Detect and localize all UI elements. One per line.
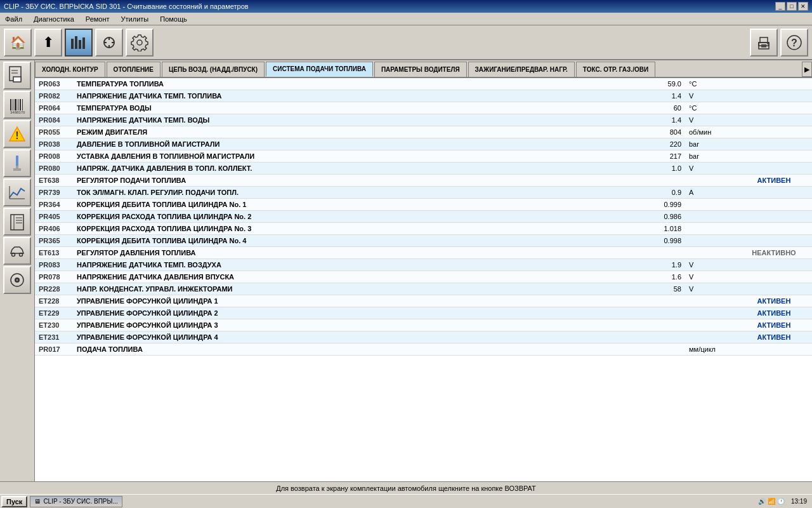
tab-heating[interactable]: ОТОПЛЕНИЕ: [107, 62, 160, 77]
row-code: ET638: [35, 175, 73, 187]
row-code: PR084: [35, 114, 73, 126]
row-code: PR080: [35, 163, 73, 175]
taskbar-app[interactable]: 🖥 CLIP - ЗБУ СИС. ВПРЫ...: [30, 496, 122, 507]
print-button[interactable]: [750, 29, 778, 57]
tab-scroll-right[interactable]: ▶: [802, 62, 812, 77]
row-code: PR078: [35, 271, 73, 283]
row-unit: [685, 235, 736, 247]
svg-rect-21: [10, 99, 11, 110]
home-button[interactable]: 🏠: [4, 29, 32, 57]
row-value: 1.9: [622, 259, 685, 271]
row-name: НАПРЯЖЕНИЕ ДАТЧИКА ТЕМП. ВОЗДУХА: [73, 259, 622, 271]
tab-ignition[interactable]: ЗАЖИГАНИЕ/ПРЕДВАР. НАГР.: [468, 62, 575, 77]
row-code: ET613: [35, 247, 73, 259]
row-code: PR405: [35, 211, 73, 223]
tool-button[interactable]: [95, 29, 123, 57]
menu-utilities[interactable]: Утилиты: [119, 15, 152, 23]
row-value: [622, 295, 685, 307]
table-row: PR080НАПРЯЖ. ДАТЧИКА ДАВЛЕНИЯ В ТОПЛ. КО…: [35, 163, 812, 175]
svg-rect-18: [13, 77, 21, 82]
sidebar-book[interactable]: [3, 208, 31, 236]
row-status: [736, 211, 812, 223]
table-area[interactable]: PR063ТЕМПЕРАТУРА ТОПЛИВА59.0°CPR082НАПРЯ…: [35, 78, 812, 481]
row-name: ТОК ЭЛ/МАГН. КЛАП. РЕГУЛИР. ПОДАЧИ ТОПЛ.: [73, 187, 622, 199]
start-label: Пуск: [6, 498, 22, 505]
row-code: PR739: [35, 187, 73, 199]
row-code: ET231: [35, 331, 73, 344]
row-unit: [685, 331, 736, 344]
svg-text:3488370: 3488370: [10, 110, 25, 114]
row-value: 217: [622, 150, 685, 163]
settings-button[interactable]: [126, 29, 154, 57]
row-unit: [685, 223, 736, 235]
taskbar: Пуск 🖥 CLIP - ЗБУ СИС. ВПРЫ... 🔊 📶 🕐 13:…: [0, 494, 812, 508]
help-button[interactable]: ?: [780, 29, 808, 57]
close-button[interactable]: ✕: [798, 2, 808, 11]
row-status: АКТИВЕН: [736, 319, 812, 331]
maximize-button[interactable]: □: [787, 2, 797, 11]
tab-cold-circuit[interactable]: ХОЛОДН. КОНТУР: [35, 62, 105, 77]
row-value: 1.4: [622, 90, 685, 102]
row-status: [736, 199, 812, 211]
svg-rect-31: [16, 166, 18, 168]
svg-point-9: [137, 40, 142, 45]
sidebar-gauge[interactable]: [3, 149, 31, 177]
sidebar-warning[interactable]: !: [3, 120, 31, 148]
tab-air-chain[interactable]: ЦЕПЬ ВОЗД. (НАДД./ВПУСК): [162, 62, 265, 77]
row-status: АКТИВЕН: [736, 175, 812, 187]
row-name: НАПРЯЖ. ДАТЧИКА ДАВЛЕНИЯ В ТОПЛ. КОЛЛЕКТ…: [73, 163, 622, 175]
minimize-button[interactable]: _: [775, 2, 785, 11]
row-status: [736, 102, 812, 114]
row-name: КОРРЕКЦИЯ ДЕБИТА ТОПЛИВА ЦИЛИНДРА No. 4: [73, 235, 622, 247]
sidebar-car[interactable]: [3, 237, 31, 265]
start-button[interactable]: Пуск: [1, 496, 27, 507]
tab-exhaust[interactable]: ТОКС. ОТР. ГАЗ./ОВИ: [576, 62, 655, 77]
table-row: PR083НАПРЯЖЕНИЕ ДАТЧИКА ТЕМП. ВОЗДУХА1.9…: [35, 259, 812, 271]
row-name: РЕГУЛЯТОР ДАВЛЕНИЯ ТОПЛИВА: [73, 247, 622, 259]
graph-button[interactable]: [65, 29, 93, 57]
row-name: КОРРЕКЦИЯ РАСХОДА ТОПЛИВА ЦИЛИНДРА No. 2: [73, 211, 622, 223]
svg-rect-0: [71, 39, 74, 49]
tab-driver-params[interactable]: ПАРАМЕТРЫ ВОДИТЕЛЯ: [374, 62, 467, 77]
row-unit: [685, 319, 736, 331]
table-row: PR228НАПР. КОНДЕНСАТ. УПРАВЛ. ИНЖЕКТОРАМ…: [35, 283, 812, 295]
sidebar-graph[interactable]: [3, 178, 31, 206]
table-row: ET638РЕГУЛЯТОР ПОДАЧИ ТОПЛИВААКТИВЕН: [35, 175, 812, 187]
row-name: РЕЖИМ ДВИГАТЕЛЯ: [73, 126, 622, 138]
taskbar-app-label: CLIP - ЗБУ СИС. ВПРЫ...: [43, 498, 117, 505]
row-code: PR228: [35, 283, 73, 295]
table-row: ET229УПРАВЛЕНИЕ ФОРСУНКОЙ ЦИЛИНДРА 2АКТИ…: [35, 307, 812, 319]
title-controls: _ □ ✕: [775, 2, 808, 11]
menu-diagnostics[interactable]: Диагностика: [31, 15, 77, 23]
menu-repair[interactable]: Ремонт: [83, 15, 112, 23]
row-value: 0.999: [622, 199, 685, 211]
sidebar-barcode[interactable]: 3488370: [3, 91, 31, 119]
menu-file[interactable]: Файл: [3, 15, 25, 23]
tab-fuel-system[interactable]: СИСТЕМА ПОДАЧИ ТОПЛИВА: [266, 62, 373, 77]
back-button[interactable]: ⬆: [34, 29, 62, 57]
title-bar: CLIP - ЗБУ СИС. ВПРЫСКА SID 301 - Считыв…: [0, 0, 812, 13]
row-unit: V: [685, 90, 736, 102]
row-status: [736, 259, 812, 271]
tabs-bar: ХОЛОДН. КОНТУР ОТОПЛЕНИЕ ЦЕПЬ ВОЗД. (НАД…: [35, 60, 812, 78]
row-name: НАПРЯЖЕНИЕ ДАТЧИКА ДАВЛЕНИЯ ВПУСКА: [73, 271, 622, 283]
row-code: PR364: [35, 199, 73, 211]
status-bar: Для возврата к экрану комплектации автом…: [0, 481, 812, 494]
menu-help[interactable]: Помощь: [157, 15, 190, 23]
row-unit: об/мин: [685, 126, 736, 138]
row-name: НАПР. КОНДЕНСАТ. УПРАВЛ. ИНЖЕКТОРАМИ: [73, 283, 622, 295]
row-status: [736, 223, 812, 235]
table-row: ET230УПРАВЛЕНИЕ ФОРСУНКОЙ ЦИЛИНДРА 3АКТИ…: [35, 319, 812, 331]
svg-rect-35: [11, 215, 23, 230]
sidebar-document[interactable]: [3, 62, 31, 90]
sidebar-audio[interactable]: [3, 266, 31, 294]
table-row: PR017ПОДАЧА ТОПЛИВАмм/цикл: [35, 344, 812, 356]
row-code: ET228: [35, 295, 73, 307]
row-value: [622, 331, 685, 344]
row-code: PR008: [35, 150, 73, 163]
svg-point-44: [16, 279, 18, 281]
taskbar-right: 🔊 📶 🕐 13:19: [758, 498, 811, 505]
svg-point-41: [20, 253, 23, 257]
row-value: 59.0: [622, 78, 685, 90]
toolbar-right: ?: [750, 29, 808, 57]
